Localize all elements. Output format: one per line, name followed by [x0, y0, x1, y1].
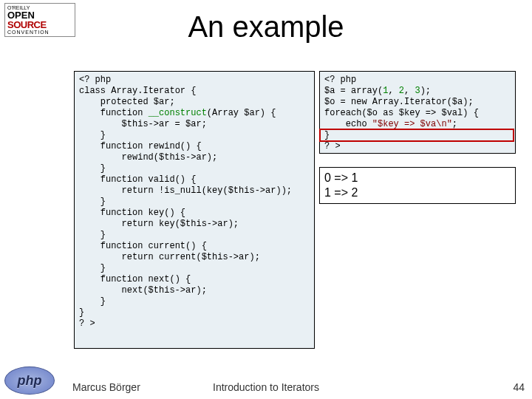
code-block-class-definition: <? php class Array.Iterator { protected …: [74, 71, 315, 349]
code-block-usage: <? php $a = array(1, 2, 3); $o = new Arr…: [319, 71, 516, 154]
slide-footer: php Marcus Börger Introduction to Iterat…: [0, 366, 532, 395]
output-line: 1 => 2: [324, 185, 511, 200]
footer-title: Introduction to Iterators: [0, 381, 532, 393]
footer-page-number: 44: [513, 381, 525, 393]
slide-title: An example: [0, 10, 532, 44]
output-box: 0 => 1 1 => 2: [319, 167, 516, 204]
output-line: 0 => 1: [324, 171, 511, 185]
